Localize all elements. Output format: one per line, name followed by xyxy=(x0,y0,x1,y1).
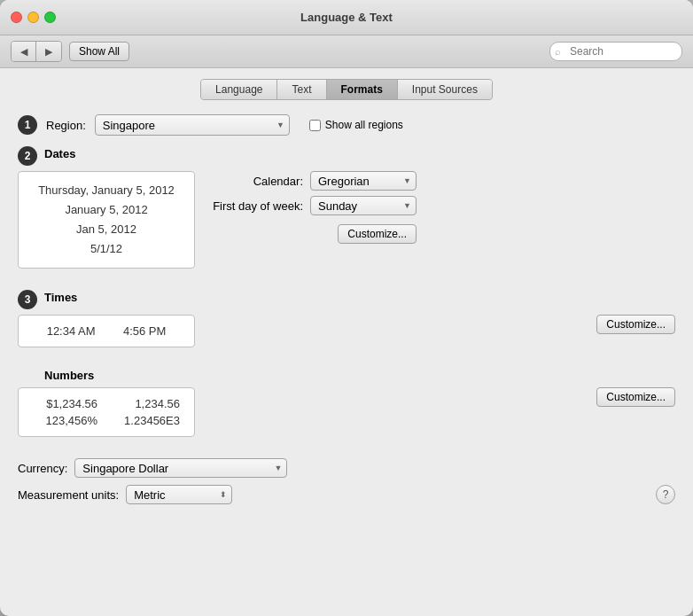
dates-section: 2 Dates Thursday, January 5, 2012 Januar… xyxy=(18,146,675,277)
numbers-layout: $1,234.56 1,234.56 123,456% 1.23456E3 Cu… xyxy=(18,387,675,446)
customize-dates-button[interactable]: Customize... xyxy=(338,224,417,244)
times-preview-box: 12:34 AM 4:56 PM xyxy=(18,315,195,347)
times-section: 3 Times 12:34 AM 4:56 PM Customize... xyxy=(18,290,675,356)
region-select-wrap: Singapore ▼ xyxy=(95,114,290,136)
currency-label: Currency: xyxy=(18,462,67,475)
numbers-header: Numbers xyxy=(44,369,675,382)
calendar-select[interactable]: Gregorian xyxy=(310,171,417,191)
show-regions-checkbox[interactable] xyxy=(309,120,321,131)
region-row: 1 Region: Singapore ▼ Show all regions xyxy=(18,114,675,136)
first-day-row: First day of week: Sunday ▼ xyxy=(206,196,417,215)
dates-header: Dates xyxy=(44,147,75,160)
main-content: Language Text Formats Input Sources 1 Re… xyxy=(0,68,693,616)
tab-bar: Language Text Formats Input Sources xyxy=(18,79,675,100)
num-val-2: 1,234.56 xyxy=(115,397,180,410)
dates-preview-box: Thursday, January 5, 2012 January 5, 201… xyxy=(18,171,195,269)
window-title: Language & Text xyxy=(300,11,393,24)
step1-badge: 1 xyxy=(18,115,37,135)
customize-times-button[interactable]: Customize... xyxy=(596,315,675,334)
first-day-select[interactable]: Sunday xyxy=(310,196,417,215)
region-label: Region: xyxy=(46,119,86,132)
show-regions-label[interactable]: Show all regions xyxy=(309,119,403,131)
dates-header-row: 2 Dates xyxy=(18,146,675,166)
date-line-4: 5/1/12 xyxy=(33,239,180,259)
customize-dates-area: Customize... xyxy=(206,224,417,244)
numbers-section: Numbers $1,234.56 1,234.56 123,456% 1.23… xyxy=(18,369,675,446)
times-preview: 12:34 AM 4:56 PM xyxy=(18,315,195,356)
search-box: ⌕ xyxy=(549,42,682,61)
dates-container: Thursday, January 5, 2012 January 5, 201… xyxy=(18,171,675,277)
close-button[interactable] xyxy=(11,12,22,23)
tab-input-sources[interactable]: Input Sources xyxy=(398,80,492,99)
titlebar: Language & Text xyxy=(0,0,693,35)
tab-formats[interactable]: Formats xyxy=(327,80,398,99)
customize-numbers-button[interactable]: Customize... xyxy=(596,387,675,407)
tab-language[interactable]: Language xyxy=(201,80,277,99)
nav-buttons: ◀ ▶ xyxy=(11,41,62,62)
calendar-select-wrap: Gregorian ▼ xyxy=(310,171,417,191)
first-day-label: First day of week: xyxy=(206,199,303,213)
time-am: 12:34 AM xyxy=(47,324,96,338)
num-val-3: 123,456% xyxy=(33,414,97,427)
traffic-lights xyxy=(11,12,56,23)
date-line-2: January 5, 2012 xyxy=(33,200,180,220)
numbers-preview: $1,234.56 1,234.56 123,456% 1.23456E3 xyxy=(18,387,195,446)
minimize-button[interactable] xyxy=(27,12,39,23)
date-line-3: Jan 5, 2012 xyxy=(33,220,180,239)
currency-select-wrap: Singapore Dollar ▼ xyxy=(74,458,287,478)
measurement-row: Measurement units: Metric ⬍ ? xyxy=(18,485,675,504)
step2-badge: 2 xyxy=(18,146,37,166)
numbers-preview-box: $1,234.56 1,234.56 123,456% 1.23456E3 xyxy=(18,387,195,437)
region-select[interactable]: Singapore xyxy=(95,114,290,136)
tab-group: Language Text Formats Input Sources xyxy=(200,79,493,100)
times-layout: 12:34 AM 4:56 PM Customize... xyxy=(18,315,675,356)
search-input[interactable] xyxy=(549,42,682,61)
tab-text[interactable]: Text xyxy=(277,80,326,99)
date-line-1: Thursday, January 5, 2012 xyxy=(33,181,180,200)
numbers-right: Customize... xyxy=(209,387,675,410)
toolbar: ◀ ▶ Show All ⌕ xyxy=(0,35,693,68)
forward-button[interactable]: ▶ xyxy=(36,42,61,61)
times-header-row: 3 Times xyxy=(18,290,675,309)
currency-select[interactable]: Singapore Dollar xyxy=(74,458,287,478)
search-icon: ⌕ xyxy=(555,46,561,57)
measurement-label: Measurement units: xyxy=(18,488,119,502)
main-window: Language & Text ◀ ▶ Show All ⌕ Language … xyxy=(0,0,693,616)
times-header: Times xyxy=(44,291,77,304)
help-button[interactable]: ? xyxy=(656,485,675,504)
measurement-select-wrap: Metric ⬍ xyxy=(126,485,232,504)
calendar-row: Calendar: Gregorian ▼ xyxy=(206,171,417,191)
first-day-select-wrap: Sunday ▼ xyxy=(310,196,417,215)
measurement-select[interactable]: Metric xyxy=(126,485,232,504)
time-pm: 4:56 PM xyxy=(123,324,166,338)
times-right: Customize... xyxy=(209,315,675,338)
calendar-label: Calendar: xyxy=(206,175,303,188)
num-val-1: $1,234.56 xyxy=(33,397,97,410)
calendar-options: Calendar: Gregorian ▼ First day of week: xyxy=(206,171,417,277)
step3-badge: 3 xyxy=(18,290,37,309)
dates-preview: Thursday, January 5, 2012 January 5, 201… xyxy=(18,171,195,277)
num-val-4: 1.23456E3 xyxy=(115,414,180,427)
maximize-button[interactable] xyxy=(44,12,56,23)
back-button[interactable]: ◀ xyxy=(12,42,36,61)
currency-row: Currency: Singapore Dollar ▼ xyxy=(18,458,675,478)
show-all-button[interactable]: Show All xyxy=(69,42,129,61)
